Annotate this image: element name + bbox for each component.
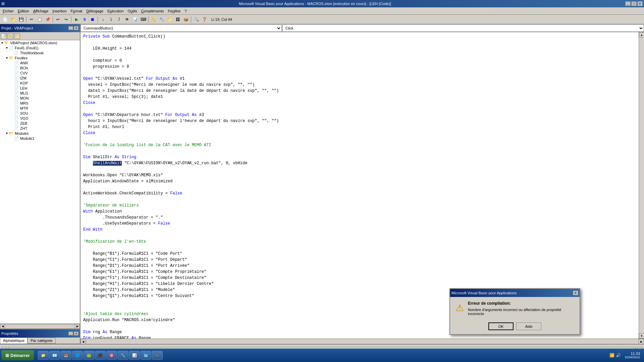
procedure-dropdown[interactable]: Click (282, 24, 644, 32)
copy-btn[interactable]: 📋 (36, 16, 43, 23)
watch-btn[interactable]: 👁 (123, 16, 131, 23)
tree-vbaproject[interactable]: ▼ 📁 VBAProject (MACROS.xlsm) (0, 40, 80, 45)
close-button[interactable]: ✕ (637, 1, 643, 6)
code-line-25 (83, 184, 636, 190)
undo-btn[interactable]: ↩ (54, 16, 62, 23)
redo-btn[interactable]: ↪ (62, 16, 70, 23)
menu-fenetre[interactable]: Fenêtre (166, 8, 183, 14)
code-line-12: Close (83, 100, 636, 106)
toggle-folders-btn[interactable]: 📁 (14, 33, 20, 39)
taskbar-ie[interactable]: 🌐 (72, 351, 83, 360)
menu-fichier[interactable]: Fichier (1, 8, 16, 14)
menu-help[interactable]: ? (182, 8, 189, 14)
tree-module1[interactable]: 📄 Module1 (0, 136, 80, 141)
proj-btn[interactable]: 📁 (166, 16, 173, 23)
prop-btn[interactable]: 🔧 (158, 16, 165, 23)
wb-icon: 📄 (14, 51, 19, 55)
scroll-up-btn[interactable]: ▲ (639, 32, 644, 38)
imm-btn[interactable]: ⌨ (140, 16, 147, 23)
taskbar-cmd[interactable]: ⬛ (95, 351, 106, 360)
menu-complements[interactable]: Compléments (139, 8, 166, 14)
taskbar-game[interactable]: 🎮 (152, 351, 163, 360)
project-minimize-btn[interactable]: _ (68, 26, 73, 30)
tree-anr[interactable]: 📄 ANR (0, 60, 80, 65)
props-close-btn[interactable]: ✕ (74, 331, 78, 336)
restore-button[interactable]: □ (631, 1, 637, 6)
form-btn[interactable]: 🖼 (174, 16, 181, 23)
tab-alphabetique[interactable]: Alphabétique (0, 338, 28, 344)
tree-izm[interactable]: 📄 IZM (0, 75, 80, 80)
menu-format[interactable]: Format (69, 8, 85, 14)
tree-sou[interactable]: 📄 SOU (0, 111, 80, 116)
tree-mtr[interactable]: 📄 MTR (0, 106, 80, 111)
network-icon: 📶 (609, 353, 614, 358)
obj-btn[interactable]: 📦 (182, 16, 190, 23)
minimize-button[interactable]: _ (625, 1, 631, 6)
code-line-21: ShellAndWait "C:\OYAK\FUSION\OYAK_v2\OYA… (83, 160, 636, 166)
tree-kop[interactable]: 📄 KOP (0, 80, 80, 85)
stop-btn[interactable]: ⏹ (89, 16, 96, 23)
tree-cvv[interactable]: 📄 CVV (0, 70, 80, 75)
scroll-left-btn[interactable]: ◀ (80, 339, 86, 344)
tab-par-categorie[interactable]: Par catégorie (28, 338, 55, 344)
taskbar-app2[interactable]: 🔧 (118, 351, 128, 360)
scroll-left[interactable]: ◀ (0, 324, 5, 328)
taskbar-excel[interactable]: 📊 (129, 351, 140, 360)
code-line-32 (83, 233, 636, 239)
project-close-btn[interactable]: ✕ (74, 26, 78, 30)
tree-mrs[interactable]: 📄 MRS (0, 101, 80, 106)
menu-affichage[interactable]: Affichage (31, 8, 51, 14)
new-btn[interactable]: 📄 (1, 16, 9, 23)
tree-mon[interactable]: 📄 MON (0, 96, 80, 101)
sheet-icon: 📄 (14, 106, 19, 110)
tree-feuil1[interactable]: ▼ 📄 Feuil1 (Feuil1) (0, 45, 80, 50)
sep1 (26, 16, 26, 22)
step-btn[interactable]: ↓ (99, 16, 107, 23)
view-obj-btn[interactable]: 📐 (7, 33, 13, 39)
menu-edition[interactable]: Edition (16, 8, 31, 14)
scroll-right[interactable]: ▶ (75, 324, 79, 328)
locals-btn[interactable]: 📊 (131, 16, 139, 23)
taskbar-map[interactable]: 🗺️ (141, 351, 151, 360)
dialog-body: ⚠ Erreur de compilation: Nombre d'argume… (450, 297, 580, 320)
help-btn[interactable]: ❓ (201, 16, 208, 23)
menu-outils[interactable]: Outils (126, 8, 139, 14)
paste-btn[interactable]: 📌 (44, 16, 51, 23)
find-btn[interactable]: 🔍 (193, 16, 200, 23)
taskbar-folder[interactable]: 📁 (38, 351, 49, 360)
props-minimize-btn[interactable]: _ (68, 331, 73, 336)
taskbar-outlook[interactable]: 📧 (49, 351, 60, 360)
start-button[interactable]: ⊞ Démarrer (1, 350, 34, 360)
tree-zeb[interactable]: 📄 ZEB (0, 121, 80, 126)
stepover-btn[interactable]: ⤵ (107, 16, 115, 23)
tree-vgo[interactable]: 📄 VGO (0, 116, 80, 121)
view-code-btn[interactable]: 📝 (1, 33, 7, 39)
object-dropdown[interactable]: CommandButton1 (80, 24, 282, 32)
menu-insertion[interactable]: Insertion (50, 8, 68, 14)
tree-leh[interactable]: 📄 LEH (0, 85, 80, 90)
tree-mlg[interactable]: 📄 MLG (0, 90, 80, 96)
menu-debogage[interactable]: Débogage (84, 8, 105, 14)
stepout-btn[interactable]: ⤴ (115, 16, 123, 23)
scroll-right-btn[interactable]: ▶ (639, 339, 644, 344)
tree-zht[interactable]: 📄 ZHT (0, 126, 80, 131)
cut-btn[interactable]: ✂ (28, 16, 35, 23)
tree-bcn[interactable]: 📄 BCN (0, 65, 80, 70)
taskbar-firefox[interactable]: 🦊 (61, 351, 71, 360)
scroll-down-btn[interactable]: ▼ (639, 333, 644, 339)
dialog-aide-button[interactable]: Aide (516, 322, 541, 330)
open-btn[interactable]: 📂 (9, 16, 17, 23)
tree-modules[interactable]: ▼ 📁 Modules (0, 131, 80, 136)
sheet-icon: 📄 (14, 66, 19, 70)
menu-execution[interactable]: Exécution (105, 8, 125, 14)
dialog-ok-button[interactable]: OK (488, 322, 514, 330)
run-btn[interactable]: ▶ (73, 16, 80, 23)
tree-thisworkbook[interactable]: 📄 ThisWorkbook (0, 50, 80, 55)
break-btn[interactable]: ⏸ (81, 16, 88, 23)
taskbar-frog[interactable]: 🐸 (84, 351, 94, 360)
dialog-close-btn[interactable]: ✕ (573, 291, 578, 295)
save-btn[interactable]: 💾 (17, 16, 25, 23)
taskbar-app1[interactable]: 🎯 (106, 351, 117, 360)
design-btn[interactable]: 📐 (150, 16, 157, 23)
tree-feuilles[interactable]: ▼ 📁 Feuilles (0, 55, 80, 60)
